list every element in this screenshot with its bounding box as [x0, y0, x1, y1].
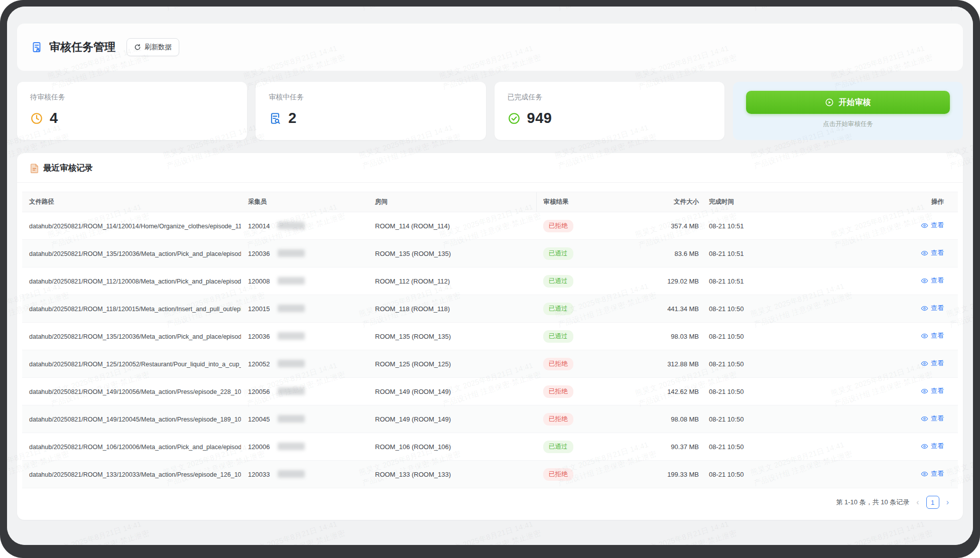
- file-size: 441.34 MB: [639, 295, 702, 323]
- file-path: datahub/20250821/ROOM_149/120056/Meta_ac…: [29, 388, 241, 395]
- col-header-room: 房间: [368, 192, 536, 212]
- collector-name-redacted: [278, 332, 305, 340]
- result-badge: 已通过: [543, 330, 573, 343]
- finish-time: 08-21 10:51: [702, 240, 836, 267]
- room-cell: ROOM_112 (ROOM_112): [368, 267, 536, 295]
- collector-id: 120052: [248, 360, 270, 368]
- stat-value: 949: [527, 110, 552, 126]
- result-badge: 已通过: [543, 275, 573, 288]
- stat-label: 待审核任务: [30, 93, 234, 102]
- doc-search-icon: [269, 112, 282, 125]
- col-header-result: 审核结果: [536, 192, 639, 212]
- prev-page-button[interactable]: ‹: [916, 498, 919, 506]
- result-badge: 已拒绝: [543, 220, 573, 232]
- audit-doc-icon: [31, 41, 43, 53]
- finish-time: 08-21 10:50: [702, 295, 836, 323]
- eye-icon: [921, 277, 928, 285]
- collector-name-redacted: [278, 470, 305, 478]
- col-header-action: 操作: [836, 192, 958, 212]
- view-label: 查看: [931, 386, 944, 395]
- page-number-button[interactable]: 1: [926, 496, 939, 509]
- view-link[interactable]: 查看: [921, 469, 944, 478]
- page-title: 审核任务管理: [31, 40, 115, 55]
- record-doc-icon: [30, 164, 39, 173]
- view-link[interactable]: 查看: [921, 359, 944, 368]
- refresh-icon: [134, 44, 141, 51]
- room-cell: ROOM_114 (ROOM_114): [368, 212, 536, 240]
- section-header: 最近审核记录: [17, 153, 963, 183]
- page-background: 审核任务管理 刷新数据 待审核任务: [7, 7, 973, 545]
- room-cell: ROOM_135 (ROOM_135): [368, 240, 536, 267]
- collector-name-redacted: [278, 249, 305, 257]
- table-row: datahub/20250821/ROOM_149/120056/Meta_ac…: [22, 378, 958, 405]
- view-link[interactable]: 查看: [921, 248, 944, 257]
- result-badge: 已拒绝: [543, 468, 573, 481]
- finish-time: 08-21 10:50: [702, 350, 836, 378]
- file-size: 129.02 MB: [639, 267, 702, 295]
- finish-time: 08-21 10:51: [702, 212, 836, 240]
- file-path: datahub/20250821/ROOM_149/120045/Meta_ac…: [29, 416, 241, 423]
- stat-label: 审核中任务: [269, 93, 472, 102]
- eye-icon: [921, 360, 928, 367]
- view-label: 查看: [931, 442, 944, 451]
- view-link[interactable]: 查看: [921, 442, 944, 451]
- view-label: 查看: [931, 248, 944, 257]
- file-path: datahub/20250821/ROOM_114/120014/Home/Or…: [29, 223, 241, 230]
- collector-name-redacted: [278, 443, 305, 450]
- start-review-card: 开始审核 点击开始审核任务: [733, 82, 963, 140]
- start-review-caption: 点击开始审核任务: [746, 120, 950, 128]
- start-review-label: 开始审核: [838, 97, 871, 108]
- view-link[interactable]: 查看: [921, 331, 944, 340]
- stat-value: 4: [50, 110, 58, 126]
- collector-id: 120033: [248, 471, 270, 478]
- finish-time: 08-21 10:50: [702, 461, 836, 488]
- room-cell: ROOM_118 (ROOM_118): [368, 295, 536, 323]
- records-table: 文件路径 采集员 房间 审核结果 文件大小 完成时间 操作: [22, 192, 958, 488]
- view-link[interactable]: 查看: [921, 221, 944, 230]
- section-title: 最近审核记录: [43, 163, 93, 174]
- stat-label: 已完成任务: [508, 93, 711, 102]
- finish-time: 08-21 10:50: [702, 433, 836, 461]
- clock-icon: [30, 112, 43, 125]
- view-link[interactable]: 查看: [921, 276, 944, 285]
- stat-card-pending: 待审核任务 4: [17, 82, 247, 140]
- eye-icon: [921, 222, 928, 229]
- view-label: 查看: [931, 276, 944, 285]
- finish-time: 08-21 10:50: [702, 378, 836, 405]
- view-link[interactable]: 查看: [921, 386, 944, 395]
- table-row: datahub/20250821/ROOM_118/120015/Meta_ac…: [22, 295, 958, 323]
- stats-row: 待审核任务 4 审核中任务: [17, 82, 963, 140]
- pagination: 第 1-10 条，共 10 条记录 ‹ 1 ›: [17, 488, 963, 517]
- file-path: datahub/20250821/ROOM_125/120052/Restaur…: [29, 361, 241, 368]
- next-page-button[interactable]: ›: [946, 498, 949, 506]
- file-path: datahub/20250821/ROOM_133/120033/Meta_ac…: [29, 471, 241, 478]
- result-badge: 已拒绝: [543, 358, 573, 370]
- collector-name-redacted: [278, 305, 305, 312]
- col-header-size: 文件大小: [639, 192, 702, 212]
- result-badge: 已通过: [543, 247, 573, 260]
- collector-id: 120014: [248, 222, 270, 230]
- table-header-row: 文件路径 采集员 房间 审核结果 文件大小 完成时间 操作: [22, 192, 958, 212]
- file-size: 357.4 MB: [639, 212, 702, 240]
- view-label: 查看: [931, 304, 944, 313]
- start-review-button[interactable]: 开始审核: [746, 91, 950, 114]
- table-row: datahub/20250821/ROOM_112/120008/Meta_ac…: [22, 267, 958, 295]
- refresh-data-button[interactable]: 刷新数据: [127, 38, 179, 56]
- table-row: datahub/20250821/ROOM_149/120045/Meta_ac…: [22, 405, 958, 433]
- room-cell: ROOM_149 (ROOM_149): [368, 378, 536, 405]
- file-path: datahub/20250821/ROOM_135/120036/Meta_ac…: [29, 333, 241, 340]
- collector-id: 120008: [248, 277, 270, 285]
- collector-id: 120006: [248, 443, 270, 451]
- collector-name-redacted: [278, 415, 305, 423]
- eye-icon: [921, 332, 928, 340]
- room-cell: ROOM_125 (ROOM_125): [368, 350, 536, 378]
- room-cell: ROOM_106 (ROOM_106): [368, 433, 536, 461]
- file-path: datahub/20250821/ROOM_135/120036/Meta_ac…: [29, 250, 241, 257]
- view-link[interactable]: 查看: [921, 304, 944, 313]
- view-link[interactable]: 查看: [921, 414, 944, 423]
- collector-id: 120056: [248, 388, 270, 395]
- eye-icon: [921, 443, 928, 450]
- file-size: 199.33 MB: [639, 461, 702, 488]
- stat-card-completed: 已完成任务 949: [495, 82, 724, 140]
- file-size: 98.08 MB: [639, 405, 702, 433]
